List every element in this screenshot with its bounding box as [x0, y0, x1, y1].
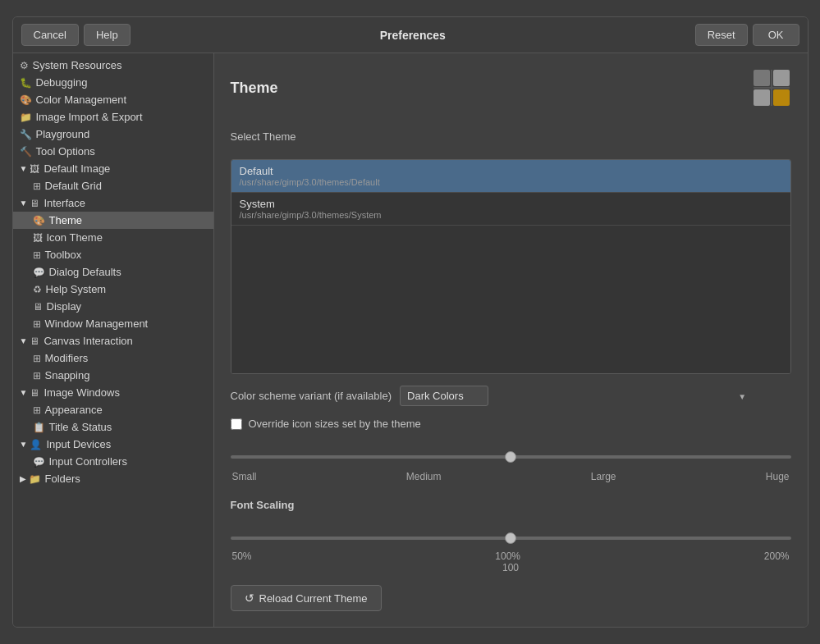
- sidebar-item-theme[interactable]: 🎨Theme: [13, 212, 213, 229]
- help-button[interactable]: Help: [84, 24, 131, 46]
- image-windows-icon: 🖥: [30, 387, 39, 399]
- sidebar-item-label-help-system: Help System: [46, 283, 107, 295]
- override-icon-sizes-label[interactable]: Override icon sizes set by the theme: [249, 418, 421, 430]
- appearance-icon: ⊞: [33, 404, 41, 416]
- sidebar-item-input-devices[interactable]: ▼👤Input Devices: [13, 436, 213, 453]
- arrow-canvas-interaction: ▼: [20, 336, 28, 345]
- cancel-button[interactable]: Cancel: [21, 24, 79, 46]
- header-right-buttons: Reset OK: [695, 24, 799, 46]
- sidebar-item-snapping[interactable]: ⊞Snapping: [13, 367, 213, 384]
- sidebar-item-label-theme: Theme: [49, 214, 82, 226]
- sidebar-item-input-controllers[interactable]: 💬Input Controllers: [13, 453, 213, 470]
- font-scale-label-50: 50%: [232, 550, 252, 562]
- sidebar-item-label-default-image: Default Image: [44, 162, 110, 175]
- svg-rect-2: [754, 89, 770, 106]
- override-icon-sizes-row: Override icon sizes set by the theme: [231, 418, 791, 430]
- icon-size-section: Small Medium Large Huge: [231, 445, 791, 482]
- theme-list-spacer: [231, 226, 790, 373]
- icon-size-label-huge: Huge: [766, 471, 790, 482]
- sidebar-item-display[interactable]: 🖥Display: [13, 298, 213, 315]
- sidebar-item-tool-options[interactable]: 🔨Tool Options: [13, 143, 213, 160]
- arrow-input-devices: ▼: [20, 440, 28, 449]
- theme-option-system[interactable]: System /usr/share/gimp/3.0/themes/System: [231, 193, 790, 226]
- font-scaling-title: Font Scaling: [231, 499, 791, 511]
- canvas-interaction-icon: 🖥: [30, 336, 39, 347]
- sidebar-item-folders[interactable]: ▶📁Folders: [13, 470, 213, 487]
- svg-rect-0: [754, 70, 770, 86]
- sidebar-item-label-playground: Playground: [36, 128, 90, 140]
- input-controllers-icon: 💬: [33, 456, 45, 468]
- icon-size-slider[interactable]: [231, 455, 791, 459]
- preferences-window: Cancel Help Preferences Reset OK ⚙System…: [12, 16, 809, 628]
- sidebar-item-label-debugging: Debugging: [36, 76, 88, 89]
- sidebar-item-window-management[interactable]: ⊞Window Management: [13, 315, 213, 332]
- theme-list[interactable]: Default /usr/share/gimp/3.0/themes/Defau…: [231, 159, 791, 374]
- playground-icon: 🔧: [20, 129, 32, 140]
- svg-rect-3: [773, 89, 790, 106]
- theme-option-default[interactable]: Default /usr/share/gimp/3.0/themes/Defau…: [231, 160, 790, 193]
- sidebar-item-help-system[interactable]: ♻Help System: [13, 281, 213, 298]
- reload-btn-label: Reload Current Theme: [259, 592, 368, 605]
- font-scaling-slider-wrapper: [231, 526, 791, 550]
- color-scheme-select[interactable]: Dark Colors Light Colors System: [400, 386, 488, 406]
- sidebar-item-default-image[interactable]: ▼🖼Default Image: [13, 160, 213, 177]
- font-scale-label-100: 100%: [495, 550, 520, 562]
- folders-icon: 📁: [29, 473, 41, 485]
- theme-path-system: /usr/share/gimp/3.0/themes/System: [240, 210, 782, 220]
- sidebar-item-label-image-windows: Image Windows: [44, 386, 119, 399]
- sidebar-item-interface[interactable]: ▼🖥Interface: [13, 194, 213, 212]
- sidebar-item-default-grid[interactable]: ⊞Default Grid: [13, 177, 213, 194]
- snapping-icon: ⊞: [33, 370, 41, 381]
- theme-name-system: System: [240, 198, 782, 210]
- image-import-export-icon: 📁: [20, 112, 32, 123]
- body: ⚙System Resources🐛Debugging🎨Color Manage…: [13, 53, 808, 627]
- font-scale-label-200: 200%: [764, 550, 790, 562]
- sidebar: ⚙System Resources🐛Debugging🎨Color Manage…: [13, 53, 214, 627]
- window-title: Preferences: [135, 29, 690, 42]
- sidebar-item-image-import-export[interactable]: 📁Image Import & Export: [13, 108, 213, 126]
- font-scaling-center-label: 100: [231, 562, 791, 573]
- sidebar-item-label-window-management: Window Management: [45, 317, 149, 330]
- sidebar-item-image-windows[interactable]: ▼🖥Image Windows: [13, 384, 213, 401]
- font-scaling-section: 50% 100% 200% 100: [231, 526, 791, 573]
- sidebar-item-modifiers[interactable]: ⊞Modifiers: [13, 349, 213, 367]
- sidebar-item-dialog-defaults[interactable]: 💬Dialog Defaults: [13, 263, 213, 281]
- sidebar-item-label-modifiers: Modifiers: [45, 352, 89, 364]
- reload-current-theme-button[interactable]: ↺ Reload Current Theme: [231, 585, 382, 611]
- sidebar-item-label-dialog-defaults: Dialog Defaults: [49, 266, 121, 278]
- tool-options-icon: 🔨: [20, 146, 32, 158]
- sidebar-item-system-resources[interactable]: ⚙System Resources: [13, 57, 213, 74]
- theme-icon: 🎨: [33, 215, 45, 226]
- sidebar-item-label-title-status: Title & Status: [49, 421, 112, 433]
- sidebar-item-canvas-interaction[interactable]: ▼🖥Canvas Interaction: [13, 332, 213, 349]
- ok-button[interactable]: OK: [753, 24, 799, 46]
- reset-button[interactable]: Reset: [695, 24, 748, 46]
- arrow-default-image: ▼: [20, 164, 28, 173]
- header: Cancel Help Preferences Reset OK: [13, 17, 808, 53]
- sidebar-item-label-interface: Interface: [44, 197, 85, 209]
- sidebar-item-label-folders: Folders: [45, 473, 80, 485]
- default-grid-icon: ⊞: [33, 180, 41, 192]
- theme-name-default: Default: [240, 165, 782, 177]
- system-resources-icon: ⚙: [20, 60, 29, 71]
- override-icon-sizes-checkbox[interactable]: [231, 418, 242, 430]
- toolbox-icon: ⊞: [33, 249, 41, 261]
- sidebar-item-debugging[interactable]: 🐛Debugging: [13, 74, 213, 91]
- input-devices-icon: 👤: [30, 439, 42, 450]
- svg-rect-1: [773, 70, 790, 86]
- sidebar-item-label-tool-options: Tool Options: [36, 145, 95, 158]
- select-theme-label: Select Theme: [231, 130, 791, 143]
- sidebar-item-toolbox[interactable]: ⊞Toolbox: [13, 246, 213, 263]
- sidebar-item-label-image-import-export: Image Import & Export: [36, 111, 143, 123]
- color-scheme-label: Color scheme variant (if available): [231, 390, 392, 402]
- sidebar-item-label-snapping: Snapping: [45, 369, 90, 381]
- font-scaling-slider[interactable]: [231, 537, 791, 540]
- sidebar-item-playground[interactable]: 🔧Playground: [13, 126, 213, 143]
- reload-icon: ↺: [245, 591, 254, 605]
- sidebar-item-title-status[interactable]: 📋Title & Status: [13, 418, 213, 436]
- modifiers-icon: ⊞: [33, 353, 41, 364]
- sidebar-item-icon-theme[interactable]: 🖼Icon Theme: [13, 229, 213, 246]
- sidebar-item-appearance[interactable]: ⊞Appearance: [13, 401, 213, 418]
- sidebar-item-color-management[interactable]: 🎨Color Management: [13, 91, 213, 108]
- display-icon: 🖥: [33, 301, 43, 313]
